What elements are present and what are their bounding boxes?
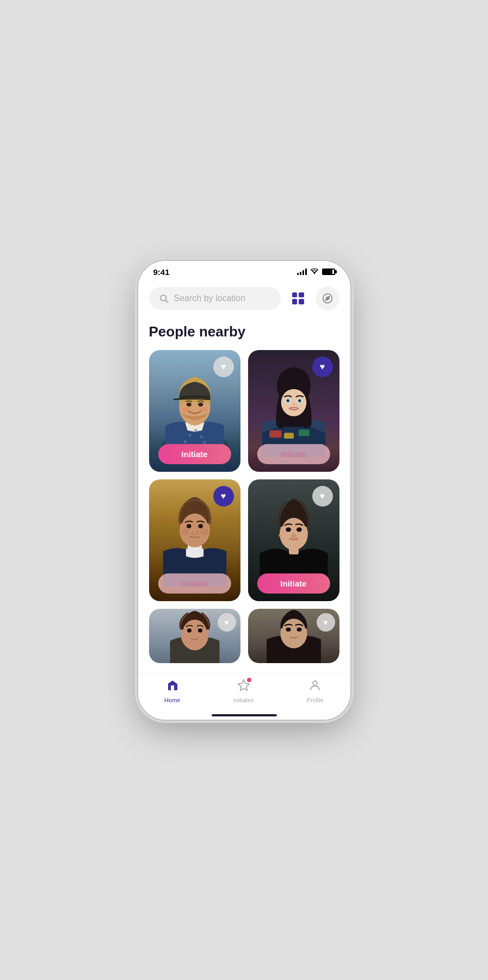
svg-point-39 bbox=[281, 517, 306, 545]
search-bar[interactable]: Search by location bbox=[149, 287, 281, 310]
svg-point-36 bbox=[200, 528, 208, 535]
status-icons bbox=[297, 268, 335, 276]
heart-button-6[interactable]: ♥ bbox=[317, 613, 335, 632]
heart-button-3[interactable]: ♥ bbox=[213, 486, 234, 507]
heart-button-2[interactable]: ♥ bbox=[312, 357, 333, 377]
svg-point-49 bbox=[286, 627, 291, 631]
main-content: Search by location People nearby bbox=[138, 280, 350, 673]
heart-icon-2: ♥ bbox=[320, 362, 325, 372]
profile-icon bbox=[308, 679, 322, 695]
person-card-3: ♥ Initiate bbox=[149, 479, 240, 601]
home-indicator bbox=[138, 714, 350, 720]
nav-initiates[interactable]: Initiates bbox=[233, 679, 254, 703]
svg-point-45 bbox=[187, 628, 191, 632]
svg-point-44 bbox=[183, 620, 207, 645]
compass-icon bbox=[322, 293, 333, 304]
heart-button-5[interactable]: ♥ bbox=[218, 613, 236, 632]
svg-point-22 bbox=[281, 389, 306, 416]
heart-button-1[interactable]: ♥ bbox=[213, 357, 234, 377]
heart-button-4[interactable]: ♥ bbox=[312, 486, 333, 507]
svg-point-34 bbox=[198, 523, 203, 528]
svg-point-35 bbox=[181, 528, 189, 535]
section-title: People nearby bbox=[149, 323, 339, 340]
home-icon bbox=[166, 679, 179, 695]
search-placeholder: Search by location bbox=[174, 294, 246, 303]
svg-point-42 bbox=[296, 527, 301, 532]
nav-home-label: Home bbox=[164, 697, 180, 703]
person-card-6: ♥ bbox=[248, 609, 339, 663]
svg-point-32 bbox=[181, 513, 207, 542]
svg-point-50 bbox=[296, 627, 301, 631]
person-card-4: ♥ Initiate bbox=[248, 479, 339, 601]
wifi-icon bbox=[310, 268, 319, 276]
phone-frame: 9:41 bbox=[138, 261, 350, 720]
svg-rect-18 bbox=[284, 433, 294, 439]
initiate-button-2[interactable]: Initiate bbox=[257, 444, 330, 464]
svg-point-8 bbox=[186, 402, 191, 406]
heart-icon-4: ♥ bbox=[320, 491, 325, 501]
initiate-button-3[interactable]: Initiate bbox=[158, 573, 231, 594]
initiate-button-4[interactable]: Initiate bbox=[257, 573, 330, 594]
heart-icon-3: ♥ bbox=[221, 491, 226, 501]
grid-view-button[interactable] bbox=[286, 286, 310, 310]
status-time: 9:41 bbox=[153, 267, 170, 277]
svg-point-0 bbox=[314, 273, 315, 274]
person-card-5: ♥ bbox=[149, 609, 240, 663]
svg-rect-17 bbox=[269, 430, 281, 437]
svg-point-28 bbox=[298, 399, 300, 401]
initiates-icon bbox=[237, 681, 250, 695]
svg-point-48 bbox=[282, 619, 306, 644]
bottom-partial-row: ♥ bbox=[149, 609, 339, 663]
svg-point-11 bbox=[199, 407, 207, 411]
svg-point-33 bbox=[186, 523, 191, 528]
compass-button[interactable] bbox=[316, 286, 339, 310]
svg-point-46 bbox=[197, 628, 202, 632]
person-card: ♥ Initiate bbox=[149, 350, 240, 472]
nav-initiates-label: Initiates bbox=[233, 697, 254, 703]
svg-point-10 bbox=[182, 407, 189, 411]
svg-point-52 bbox=[313, 681, 317, 685]
svg-marker-4 bbox=[325, 296, 329, 300]
nav-profile[interactable]: Profile bbox=[307, 679, 324, 703]
svg-line-2 bbox=[165, 300, 168, 302]
nav-home[interactable]: Home bbox=[164, 679, 180, 703]
nav-profile-label: Profile bbox=[307, 697, 324, 703]
heart-icon-5: ♥ bbox=[224, 618, 228, 627]
signal-icon bbox=[297, 269, 307, 275]
svg-point-12 bbox=[188, 434, 191, 436]
home-bar bbox=[212, 714, 277, 716]
people-grid: ♥ Initiate bbox=[149, 350, 339, 601]
svg-point-9 bbox=[198, 402, 203, 406]
svg-rect-19 bbox=[298, 429, 309, 436]
search-row: Search by location bbox=[149, 286, 339, 310]
svg-point-40 bbox=[279, 534, 281, 536]
heart-icon-6: ♥ bbox=[323, 618, 328, 627]
search-icon bbox=[159, 294, 169, 303]
svg-point-41 bbox=[286, 527, 291, 532]
heart-icon-1: ♥ bbox=[221, 362, 226, 372]
svg-point-14 bbox=[200, 435, 202, 438]
initiate-button-1[interactable]: Initiate bbox=[158, 444, 231, 464]
bottom-nav: Home Initiates Profile bbox=[138, 673, 350, 714]
battery-icon bbox=[322, 269, 335, 275]
svg-point-15 bbox=[183, 440, 186, 442]
grid-icon bbox=[292, 292, 304, 304]
svg-point-25 bbox=[287, 399, 289, 401]
initiates-badge bbox=[247, 678, 251, 682]
svg-point-13 bbox=[194, 429, 197, 432]
person-card-2: ♥ Initiate bbox=[248, 350, 339, 472]
status-bar: 9:41 bbox=[138, 261, 350, 280]
